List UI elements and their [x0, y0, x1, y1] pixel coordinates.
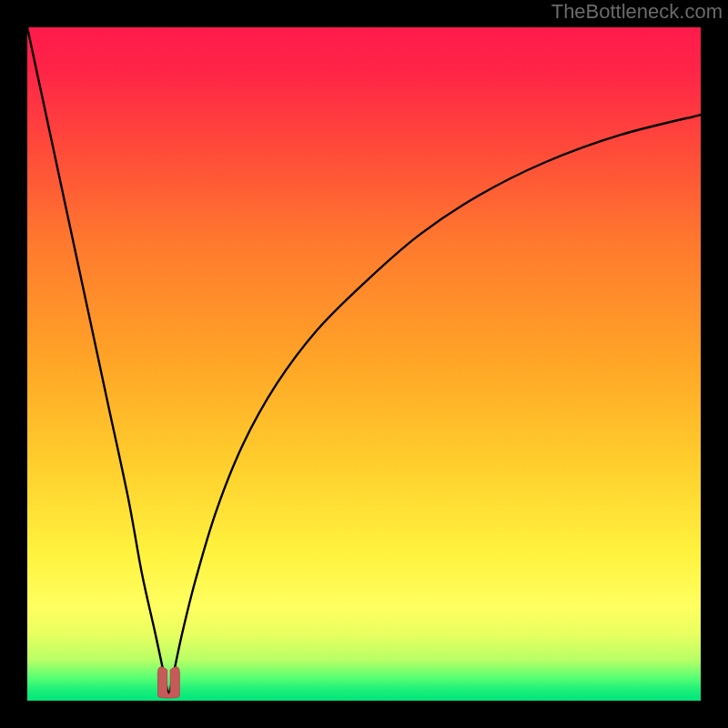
bottleneck-plot — [0, 0, 728, 728]
gradient-background — [27, 27, 701, 701]
attribution-label: TheBottleneck.com — [551, 0, 723, 24]
